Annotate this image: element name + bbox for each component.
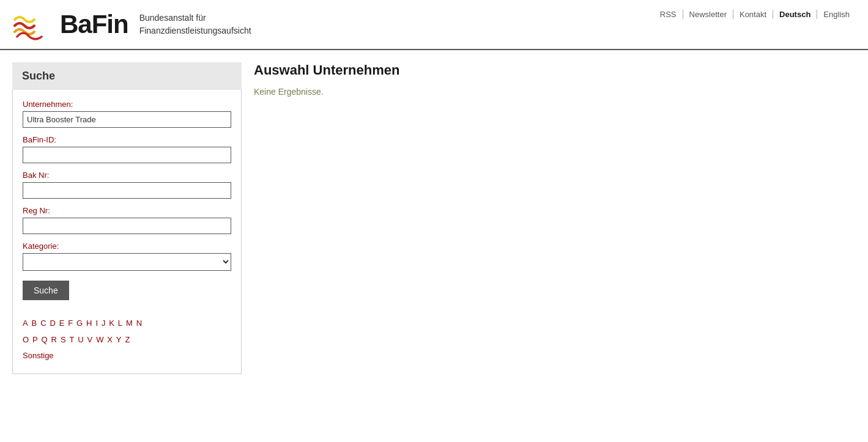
alpha-s[interactable]: S [61,335,66,344]
content-title: Auswahl Unternehmen [254,62,844,78]
kontakt-link[interactable]: Kontakt [733,10,773,19]
kategorie-label: Kategorie: [23,241,231,251]
alpha-v[interactable]: V [87,335,93,344]
bak-nr-input[interactable] [23,182,231,199]
bak-nr-group: Bak Nr: [23,171,231,199]
search-form: Unternehmen: BaFin-ID: Bak Nr: Reg Nr: K… [12,90,242,374]
bafin-id-label: BaFin-ID: [23,135,231,144]
bafin-id-input[interactable] [23,147,231,163]
sonstige-link[interactable]: Sonstige [23,348,230,364]
alpha-z[interactable]: Z [125,335,130,344]
alpha-u[interactable]: U [78,335,83,344]
logo-area: BaFin Bundesanstalt für Finanzdienstleis… [12,6,251,43]
alpha-c[interactable]: C [40,319,46,328]
alpha-a[interactable]: A [23,319,28,328]
page-header: BaFin Bundesanstalt für Finanzdienstleis… [0,0,868,49]
alpha-m[interactable]: M [126,319,133,328]
bak-nr-label: Bak Nr: [23,171,231,180]
kategorie-group: Kategorie: [23,241,231,271]
english-link[interactable]: English [817,10,856,19]
kategorie-select[interactable] [23,253,231,271]
alpha-j[interactable]: J [102,319,106,328]
rss-link[interactable]: RSS [660,10,683,19]
alpha-p[interactable]: P [32,335,38,344]
alpha-f[interactable]: F [68,319,73,328]
main-container: Suche Unternehmen: BaFin-ID: Bak Nr: Reg… [0,50,868,386]
alpha-l[interactable]: L [118,319,122,328]
sidebar: Suche Unternehmen: BaFin-ID: Bak Nr: Reg… [12,62,242,374]
unternehmen-group: Unternehmen: [23,100,231,128]
alphabet-navigation: A B C D E F G H I J K L M N O P [23,315,231,364]
deutsch-link[interactable]: Deutsch [773,10,817,19]
reg-nr-group: Reg Nr: [23,206,231,234]
alphabet-row-1: A B C D E F G H I J K L M N [23,315,231,331]
unternehmen-label: Unternehmen: [23,100,231,109]
alpha-b[interactable]: B [32,319,37,328]
reg-nr-input[interactable] [23,218,231,234]
logo-subtitle: Bundesanstalt für Finanzdienstleistungsa… [139,12,251,37]
bafin-name: BaFin [60,12,128,37]
alpha-k[interactable]: K [109,319,114,328]
alpha-d[interactable]: D [50,319,55,328]
top-navigation: RSS Newsletter Kontakt Deutsch English [660,6,856,19]
alpha-n[interactable]: N [136,319,142,328]
alpha-h[interactable]: H [86,319,92,328]
search-button[interactable]: Suche [23,281,69,300]
alpha-x[interactable]: X [107,335,113,344]
logo-text-group: BaFin [60,12,128,37]
alpha-w[interactable]: W [96,335,103,344]
alpha-i[interactable]: I [95,319,98,328]
content-area: Auswahl Unternehmen Keine Ergebnisse. [242,62,856,374]
bafin-logo-icon [12,6,49,43]
unternehmen-input[interactable] [23,111,231,128]
alpha-t[interactable]: T [69,335,74,344]
alpha-o[interactable]: O [23,335,29,344]
alphabet-row-2: O P Q R S T U V W X Y Z [23,331,231,348]
no-results-text: Keine Ergebnisse. [254,87,844,97]
alpha-r[interactable]: R [51,335,57,344]
alpha-y[interactable]: Y [116,335,122,344]
alpha-g[interactable]: G [76,319,83,328]
alpha-q[interactable]: Q [42,335,48,344]
alpha-e[interactable]: E [59,319,65,328]
sidebar-title: Suche [12,62,242,90]
bafin-id-group: BaFin-ID: [23,135,231,163]
reg-nr-label: Reg Nr: [23,206,231,215]
newsletter-link[interactable]: Newsletter [683,10,733,19]
